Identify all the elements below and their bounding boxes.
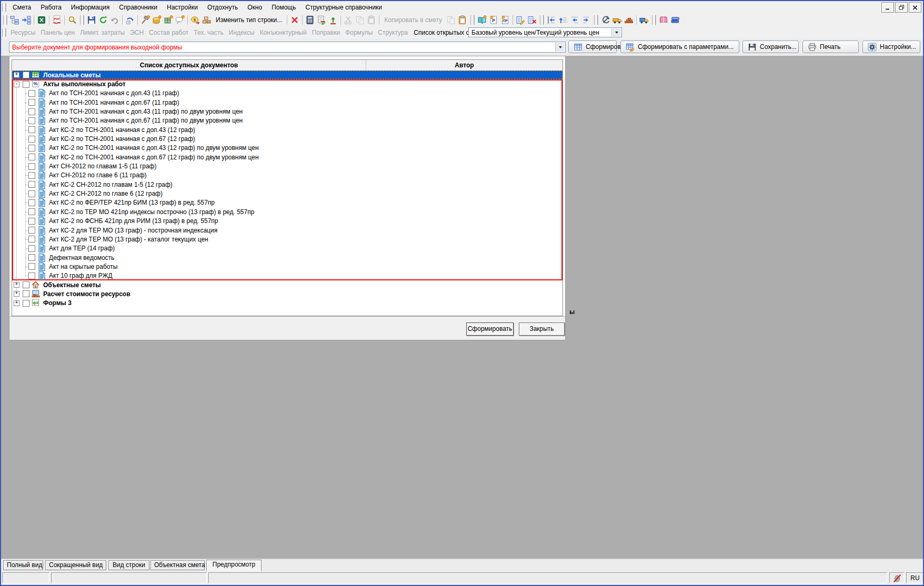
tree-structure-icon[interactable]: [9, 14, 21, 26]
expander-icon[interactable]: +: [14, 291, 19, 297]
materials-icon[interactable]: [623, 14, 635, 26]
row-checkbox[interactable]: [28, 108, 35, 115]
tree-item-row[interactable]: Акт КС-2 для ТЕР МО (13 граф) - каталог …: [12, 235, 563, 244]
minimize-button[interactable]: [881, 2, 894, 13]
calculator-icon[interactable]: [304, 14, 316, 26]
excel-export-icon[interactable]: [36, 14, 47, 26]
tree-item-row[interactable]: Акт КС-2 по ТСН-2001 начиная с доп.67 (1…: [12, 134, 563, 143]
footer-close-button[interactable]: Закрыть: [519, 322, 565, 336]
insert-row-icon[interactable]: [327, 14, 339, 26]
indent-right-icon[interactable]: [580, 14, 592, 26]
redo-cell-icon[interactable]: *: [124, 14, 136, 26]
toolbar-grip[interactable]: [594, 15, 597, 25]
tree-item-row[interactable]: Акт СН-2012 по главе 6 (11 граф): [12, 171, 563, 180]
menu-item[interactable]: Смета: [8, 2, 36, 13]
indent-up-icon[interactable]: [557, 14, 569, 26]
menu-item[interactable]: Структурные справочники: [300, 2, 387, 13]
row-checkbox[interactable]: [28, 163, 35, 170]
expander-icon[interactable]: -: [14, 82, 19, 87]
tree-item-row[interactable]: Акт по ТСН-2001 начиная с доп.43 (11 гра…: [12, 107, 563, 116]
toolbar-grip[interactable]: [470, 15, 474, 25]
restore-button[interactable]: [895, 2, 908, 13]
row-checkbox[interactable]: [28, 172, 35, 179]
generate-with-params-button[interactable]: Сформировать с параметрами...: [620, 41, 739, 53]
tree-item-row[interactable]: Акт КС-2 по ФСНБ 421пр для РИМ (13 граф)…: [12, 217, 563, 226]
row-checkbox[interactable]: [23, 72, 29, 78]
row-checkbox[interactable]: [28, 263, 35, 270]
row-checkbox[interactable]: [23, 300, 29, 307]
indent-first-icon[interactable]: [546, 14, 557, 26]
row-checkbox[interactable]: [28, 90, 35, 97]
toolbar-grip[interactable]: [3, 15, 6, 25]
column-header-author[interactable]: Автор: [366, 60, 563, 70]
change-row-type-button[interactable]: Изменить тип строки...: [213, 16, 285, 24]
menu-item[interactable]: Окно: [243, 2, 267, 13]
row-checkbox[interactable]: [28, 272, 35, 279]
refresh-icon[interactable]: [97, 14, 109, 26]
row-checkbox[interactable]: [28, 126, 35, 133]
row-checkbox[interactable]: [28, 117, 35, 124]
language-indicator[interactable]: RU: [906, 572, 924, 583]
toolbar-grip[interactable]: [80, 15, 83, 25]
add-row-icon[interactable]: [316, 14, 327, 26]
blocks-icon[interactable]: [201, 14, 213, 26]
chevron-down-icon[interactable]: [555, 43, 565, 52]
tree-group-row[interactable]: +Расчет стоимости ресурсов: [12, 289, 563, 298]
materials-new-icon[interactable]: [151, 14, 163, 26]
row-checkbox[interactable]: [23, 290, 29, 297]
tree-group-row[interactable]: +Локальные сметы: [12, 70, 563, 79]
tree-item-row[interactable]: Акт КС-2 по ФЕР/ТЕР 421пр БИМ (13 граф) …: [12, 198, 563, 207]
row-checkbox[interactable]: [23, 281, 29, 288]
doc-p-icon[interactable]: P: [488, 14, 499, 26]
price-book-icon[interactable]: [476, 14, 488, 26]
save-icon[interactable]: [86, 14, 97, 26]
document-select-combobox[interactable]: Выберите документ для формирования выход…: [9, 42, 566, 53]
row-checkbox[interactable]: [28, 254, 35, 261]
menu-item[interactable]: Настройки: [162, 2, 203, 13]
menu-item[interactable]: Информация: [66, 2, 114, 13]
menu-item[interactable]: Работа: [36, 2, 66, 13]
tree-item-row[interactable]: Акт КС-2 СН-2012 по главам 1-5 (12 граф): [12, 180, 563, 189]
toolbar-grip[interactable]: [2, 3, 5, 12]
print-button[interactable]: Печать: [802, 41, 859, 53]
row-checkbox[interactable]: [28, 236, 35, 243]
comment-new-icon[interactable]: [174, 14, 186, 26]
tree-group-row[interactable]: +Объектные сметы: [12, 280, 563, 289]
expander-icon[interactable]: +: [14, 282, 19, 288]
menu-item[interactable]: Помощь: [267, 2, 300, 13]
close-button[interactable]: [909, 2, 921, 13]
toolbar-grip[interactable]: [2, 28, 5, 37]
row-checkbox[interactable]: [28, 245, 35, 252]
undo-icon[interactable]: [109, 14, 120, 26]
tree-item-row[interactable]: Акт КС-2 по ТЕР МО 421пр индексы построч…: [12, 207, 563, 216]
row-checkbox[interactable]: [28, 199, 35, 206]
toolbar-grip[interactable]: [652, 15, 655, 25]
row-checkbox[interactable]: [28, 99, 35, 106]
row-checkbox[interactable]: [23, 81, 29, 88]
tree-add-icon[interactable]: [21, 14, 32, 26]
row-checkbox[interactable]: [28, 154, 35, 160]
search-icon[interactable]: [66, 14, 78, 26]
doc-pr-icon[interactable]: ПР: [499, 14, 511, 26]
generate-button[interactable]: Сформировать: [568, 41, 617, 53]
tab-2[interactable]: Сокращенный вид: [45, 560, 106, 570]
settings-button[interactable]: Настройки...: [862, 41, 920, 53]
row-checkbox[interactable]: [28, 190, 35, 197]
price-level-combobox[interactable]: Базовый уровень цен/Текущий уровень цен: [468, 27, 622, 37]
edit-list-icon[interactable]: [515, 14, 526, 26]
tree-item-row[interactable]: Акт по ТСН-2001 начиная с доп.67 (11 гра…: [12, 116, 563, 125]
column-header-documents[interactable]: Список доступных документов: [12, 60, 366, 70]
tree-item-row[interactable]: Акт на скрытые работы: [12, 262, 563, 271]
row-checkbox[interactable]: [28, 181, 35, 188]
book-pink-icon[interactable]: [658, 14, 669, 26]
toolbar-grip[interactable]: [540, 15, 543, 25]
resource-price-icon[interactable]: $: [189, 14, 201, 26]
transport-cargo-icon[interactable]: [638, 14, 650, 26]
tree-item-row[interactable]: Акт КС-2 для ТЕР МО (13 граф) - построчн…: [12, 226, 563, 235]
delete-row-icon[interactable]: [289, 14, 300, 26]
tree-item-row[interactable]: Акт 10 граф для РЖД: [12, 271, 563, 280]
tree-item-row[interactable]: Акт КС-2 по ТСН-2001 начиная с доп.43 (1…: [12, 144, 563, 153]
row-checkbox[interactable]: [28, 227, 35, 234]
tab-5[interactable]: Предпросмотр: [206, 560, 262, 571]
expander-icon[interactable]: +: [14, 300, 19, 306]
